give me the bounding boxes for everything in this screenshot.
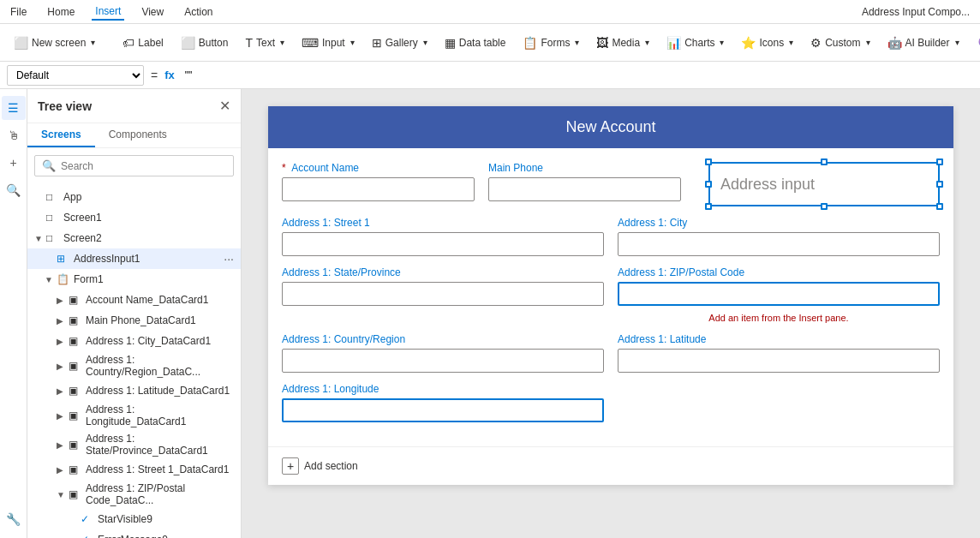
sidebar-item-latitude[interactable]: ▶ ▣ Address 1: Latitude_DataCard1 bbox=[27, 380, 241, 401]
longitude-field-label: Address 1: Longitude bbox=[282, 383, 604, 395]
handle-bottom-right[interactable] bbox=[936, 203, 943, 210]
custom-button[interactable]: ⚙ Custom bbox=[804, 33, 876, 53]
form-field-latitude: Address 1: Latitude bbox=[618, 333, 940, 373]
sidebar-item-errormessage9[interactable]: ✓ ErrorMessage9 bbox=[27, 529, 241, 538]
handle-top-left[interactable] bbox=[705, 158, 712, 165]
sidebar-item-main-phone[interactable]: ▶ ▣ Main Phone_DataCard1 bbox=[27, 310, 241, 331]
sidebar-search-input[interactable] bbox=[61, 160, 226, 172]
sidebar-search-icon: 🔍 bbox=[42, 159, 56, 172]
zip-input[interactable] bbox=[618, 282, 940, 306]
handle-bottom-middle[interactable] bbox=[821, 203, 828, 210]
formula-scope-dropdown[interactable]: Default bbox=[7, 65, 144, 86]
city-label: Address 1: City_DataCard1 bbox=[86, 335, 234, 347]
new-screen-button[interactable]: ⬜ New screen bbox=[7, 33, 102, 53]
sidebar-item-city[interactable]: ▶ ▣ Address 1: City_DataCard1 bbox=[27, 331, 241, 351]
app-icon: □ bbox=[46, 191, 60, 203]
street-input[interactable] bbox=[282, 232, 604, 256]
sidebar-item-account-name[interactable]: ▶ ▣ Account Name_DataCard1 bbox=[27, 290, 241, 310]
latitude-input[interactable] bbox=[618, 349, 940, 373]
add-section-button[interactable]: + Add section bbox=[282, 457, 358, 475]
rail-add-icon[interactable]: + bbox=[2, 151, 26, 175]
gallery-button[interactable]: ⊞ Gallery bbox=[365, 33, 434, 53]
menu-bar: File Home Insert View Action Address Inp… bbox=[0, 0, 980, 24]
longitude-input[interactable] bbox=[282, 398, 604, 422]
city-input[interactable] bbox=[618, 232, 940, 256]
menu-view[interactable]: View bbox=[138, 4, 167, 20]
sidebar-item-addressinput1[interactable]: ⊞ AddressInput1 ··· bbox=[27, 248, 241, 269]
sidebar-item-form1[interactable]: ▼ 📋 Form1 bbox=[27, 269, 241, 290]
text-button[interactable]: T Text bbox=[238, 33, 291, 53]
more-options-icon[interactable]: ··· bbox=[224, 252, 234, 266]
media-button[interactable]: 🖼 Media bbox=[589, 33, 656, 53]
addressinput-icon: ⊞ bbox=[57, 253, 70, 265]
mixed-reality-button[interactable]: 🔮 Mixed Reality bbox=[970, 33, 980, 53]
sidebar-item-longitude[interactable]: ▶ ▣ Address 1: Longitude_DataCard1 bbox=[27, 401, 241, 430]
expand-main-phone-icon: ▶ bbox=[57, 316, 69, 326]
handle-middle-left[interactable] bbox=[705, 181, 712, 188]
sidebar-close-icon[interactable]: ✕ bbox=[219, 98, 230, 114]
sidebar-item-country[interactable]: ▶ ▣ Address 1: Country/Region_DataC... bbox=[27, 351, 241, 380]
window-title: Address Input Compo... bbox=[858, 4, 973, 20]
account-name-label: Account Name_DataCard1 bbox=[86, 294, 234, 306]
handle-middle-right[interactable] bbox=[936, 181, 943, 188]
handle-top-right[interactable] bbox=[936, 158, 943, 165]
handle-bottom-left[interactable] bbox=[705, 203, 712, 210]
longitude-label: Address 1: Longitude_DataCard1 bbox=[86, 404, 234, 427]
form-field-main-phone: Main Phone bbox=[488, 162, 681, 206]
sidebar-content: □ App □ Screen1 ▼ □ Screen2 ⊞ AddressInp… bbox=[27, 183, 241, 538]
rail-settings-icon[interactable]: 🔧 bbox=[2, 507, 26, 531]
sidebar-item-app[interactable]: □ App bbox=[27, 187, 241, 207]
form-header: New Account bbox=[268, 106, 953, 148]
forms-button[interactable]: 📋 Forms bbox=[516, 33, 586, 53]
ai-builder-button[interactable]: 🤖 AI Builder bbox=[881, 33, 966, 53]
sidebar-item-state[interactable]: ▶ ▣ Address 1: State/Province_DataCard1 bbox=[27, 430, 241, 459]
latitude-icon: ▣ bbox=[69, 385, 82, 397]
sidebar-item-screen1[interactable]: □ Screen1 bbox=[27, 207, 241, 228]
account-name-input[interactable] bbox=[282, 177, 475, 201]
sidebar-item-street[interactable]: ▶ ▣ Address 1: Street 1_DataCard1 bbox=[27, 459, 241, 480]
city-icon: ▣ bbox=[69, 335, 82, 347]
menu-home[interactable]: Home bbox=[44, 4, 78, 20]
country-input[interactable] bbox=[282, 349, 604, 373]
formula-input[interactable] bbox=[182, 65, 973, 86]
tab-components[interactable]: Components bbox=[95, 123, 181, 147]
form-field-country: Address 1: Country/Region bbox=[282, 333, 604, 373]
starvisible-icon: ✓ bbox=[81, 513, 94, 525]
menu-file[interactable]: File bbox=[7, 4, 30, 20]
form-field-account-name: * Account Name bbox=[282, 162, 475, 206]
form-canvas: New Account * Account Name Main Phone bbox=[268, 106, 953, 485]
state-icon: ▣ bbox=[69, 439, 82, 451]
button-button[interactable]: ⬜ Button bbox=[174, 33, 236, 53]
menu-action[interactable]: Action bbox=[181, 4, 216, 20]
data-table-icon: ▦ bbox=[445, 36, 456, 50]
charts-button[interactable]: 📊 Charts bbox=[660, 33, 731, 53]
zip-label: Address 1: ZIP/Postal Code_DataC... bbox=[86, 482, 234, 506]
rail-search-icon[interactable]: 🔍 bbox=[2, 178, 26, 202]
formula-equals-sign: = bbox=[151, 69, 158, 82]
sidebar-item-zip[interactable]: ▼ ▣ Address 1: ZIP/Postal Code_DataC... bbox=[27, 480, 241, 509]
expand-account-name-icon: ▶ bbox=[57, 296, 69, 305]
input-icon: ⌨ bbox=[302, 36, 319, 50]
rail-tree-icon[interactable]: ☰ bbox=[2, 96, 26, 120]
expand-form1-icon: ▼ bbox=[45, 275, 57, 284]
rail-pointer-icon[interactable]: 🖱 bbox=[2, 123, 26, 147]
menu-insert[interactable]: Insert bbox=[92, 3, 124, 21]
data-table-button[interactable]: ▦ Data table bbox=[438, 33, 513, 53]
expand-latitude-icon: ▶ bbox=[57, 386, 69, 396]
input-button[interactable]: ⌨ Input bbox=[295, 33, 362, 53]
sidebar-item-starvisible9[interactable]: ✓ StarVisible9 bbox=[27, 509, 241, 529]
sidebar-tabs: Screens Components bbox=[27, 123, 241, 148]
screen2-label: Screen2 bbox=[63, 232, 234, 244]
formula-fx-button[interactable]: fx bbox=[164, 69, 175, 81]
address-widget[interactable]: Address input bbox=[708, 162, 940, 206]
form-actions: + Add section bbox=[268, 446, 953, 485]
label-button[interactable]: 🏷 Label bbox=[116, 33, 170, 53]
state-input[interactable] bbox=[282, 282, 604, 306]
add-section-label: Add section bbox=[304, 460, 358, 472]
tab-screens[interactable]: Screens bbox=[27, 123, 95, 147]
icons-button[interactable]: ⭐ Icons bbox=[734, 33, 800, 53]
main-phone-input[interactable] bbox=[488, 177, 681, 201]
sidebar-search-container: 🔍 bbox=[34, 155, 234, 176]
sidebar-item-screen2[interactable]: ▼ □ Screen2 bbox=[27, 228, 241, 248]
handle-top-middle[interactable] bbox=[821, 158, 828, 165]
